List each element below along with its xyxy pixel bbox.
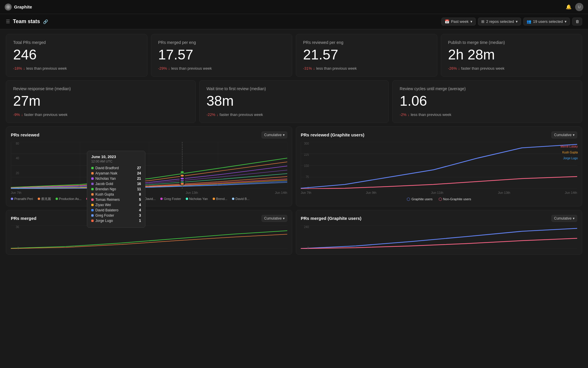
stat-value-2: 21.57 xyxy=(303,47,430,63)
non-graphite-users-line-icon: ⬡ xyxy=(439,197,442,201)
notification-icon[interactable]: 🔔 xyxy=(566,4,572,10)
prs-merged-svg xyxy=(11,225,287,249)
change-dir-0: ↓ xyxy=(23,66,25,71)
legend-dot xyxy=(117,198,119,200)
stat-card-total-prs: Total PRs merged 246 -18% ↓ less than pr… xyxy=(6,34,147,77)
stat-value-r2: 1.06 xyxy=(400,93,575,109)
legend-dot xyxy=(38,198,40,200)
stat-label-2: PRs reviewed per eng xyxy=(303,40,430,45)
legend-dot xyxy=(141,198,144,200)
change-pct-2: -31% xyxy=(303,66,312,71)
date-filter-button[interactable]: 📅 Past week ▾ xyxy=(441,18,476,25)
change-text-1: less than previous week xyxy=(171,66,212,71)
legend-item: 蔡兆麗 xyxy=(38,197,51,201)
legend-name: Jacob Gold xyxy=(120,197,137,201)
legend-item: David B... xyxy=(232,197,250,201)
legend-name: David... xyxy=(145,197,156,201)
user-avatar[interactable]: U xyxy=(575,3,583,11)
change-dir-3: ↓ xyxy=(458,66,460,71)
legend-dot xyxy=(232,198,234,200)
stat-card-review-cycles: Review cycles until merge (average) 1.06… xyxy=(392,80,582,123)
legend-dot xyxy=(56,198,58,200)
stat-card-prs-per-eng: PRs merged per eng 17.57 -29% ↓ less tha… xyxy=(151,34,293,77)
chart-select-chevron: ▾ xyxy=(283,133,285,137)
stat-change-r0: -9% ↓ faster than previous week xyxy=(13,112,188,117)
top-nav: Graphite 🔔 U xyxy=(0,0,588,14)
date-filter-label: Past week xyxy=(451,19,469,24)
stat-change-3: -26% ↓ faster than previous week xyxy=(448,66,575,71)
repos-icon: ⊞ xyxy=(481,19,484,24)
stat-label-3: Publish to merge time (median) xyxy=(448,40,575,45)
stat-card-review-response: Review response time (median) 27m -9% ↓ … xyxy=(6,80,196,123)
stat-label-r0: Review response time (median) xyxy=(13,86,188,91)
legend-dot xyxy=(86,198,89,200)
graphite-users-label: Graphite users xyxy=(411,197,432,201)
app-name: Graphite xyxy=(14,4,32,9)
header-filters: 📅 Past week ▾ ⊞ 2 repos selected ▾ 👥 19 … xyxy=(441,18,582,25)
change-text-r2: less than previous week xyxy=(411,112,451,117)
link-icon[interactable]: 🔗 xyxy=(43,19,48,24)
users-filter-label: 19 users selected xyxy=(533,19,563,24)
charts-row-2: PRs merged Cumulative ▾ 36 0 xyxy=(6,210,582,255)
chart-select-reviewed-graphite[interactable]: Cumulative ▾ xyxy=(551,131,577,138)
main-content: Total PRs merged 246 -18% ↓ less than pr… xyxy=(0,29,588,259)
page-title: Team stats xyxy=(13,18,40,25)
stat-label-r1: Wait time to first review (median) xyxy=(207,86,382,91)
chart-legend-reviewed: Pranathi Peri蔡兆麗Production As...Tomas Re… xyxy=(11,197,287,201)
chart-header-reviewed-graphite: PRs reviewed (Graphite users) Cumulative… xyxy=(301,131,577,138)
stat-label-0: Total PRs merged xyxy=(13,40,140,45)
change-pct-r1: -22% xyxy=(207,112,215,117)
change-text-3: faster than previous week xyxy=(461,66,504,71)
tooltip-row-value: 4 xyxy=(139,203,141,207)
legend-dot xyxy=(186,198,188,200)
chart-chevron-2: ▾ xyxy=(573,133,575,137)
change-text-2: less than previous week xyxy=(316,66,357,71)
legend-item: David... xyxy=(141,197,156,201)
page-header: ☰ Team stats 🔗 📅 Past week ▾ ⊞ 2 repos s… xyxy=(0,14,588,29)
date-chevron-icon: ▾ xyxy=(470,19,472,24)
stat-card-reviewed-per-eng: PRs reviewed per eng 21.57 -31% ↓ less t… xyxy=(296,34,437,77)
users-icon: 👥 xyxy=(527,19,531,24)
delete-button[interactable]: 🗑 xyxy=(572,18,582,25)
menu-button[interactable]: ☰ xyxy=(6,19,10,24)
svg-point-1 xyxy=(8,6,9,8)
legend-item: Tomas Reimers xyxy=(86,197,112,201)
svg-point-18 xyxy=(180,183,184,185)
change-dir-1: ↓ xyxy=(168,66,170,71)
legend-name: 蔡兆麗 xyxy=(41,197,51,201)
chart-select-label-reviewed: Cumulative xyxy=(264,133,282,137)
legend-item: Greg Foster xyxy=(160,197,181,201)
chart-select-label-merged-graphite: Cumulative xyxy=(554,216,572,220)
y-axis-merged: 36 0 xyxy=(11,225,19,250)
change-dir-r2: ↓ xyxy=(408,112,410,117)
logo-icon xyxy=(5,4,12,11)
stats-row-1: Total PRs merged 246 -18% ↓ less than pr… xyxy=(6,34,582,77)
change-pct-r2: -2% xyxy=(400,112,406,117)
legend-item: Jacob Gold xyxy=(117,197,137,201)
change-dir-r0: ↓ xyxy=(21,112,23,117)
chart-header-merged: PRs merged Cumulative ▾ xyxy=(11,215,287,222)
repos-filter-button[interactable]: ⊞ 2 repos selected ▾ xyxy=(478,18,521,25)
legend-item: Production As... xyxy=(56,197,82,201)
chart-select-reviewed[interactable]: Cumulative ▾ xyxy=(262,131,287,138)
legend-name: Production As... xyxy=(59,197,82,201)
chart-title-merged-graphite: PRs merged (Graphite users) xyxy=(301,216,362,221)
chart-x-labels-reviewed: Jun 7th Jun 9th Jun 13th Jun 14th xyxy=(11,191,287,194)
legend-name: Nicholas Yan xyxy=(189,197,208,201)
change-text-r0: faster than previous week xyxy=(24,112,68,117)
change-dir-r1: ↓ xyxy=(216,112,219,117)
chart-select-label-merged: Cumulative xyxy=(264,216,282,220)
stat-value-3: 2h 28m xyxy=(448,47,575,63)
stat-change-r2: -2% ↓ less than previous week xyxy=(400,112,575,117)
change-text-r1: faster than previous week xyxy=(220,112,263,117)
chart-title-reviewed-graphite: PRs reviewed (Graphite users) xyxy=(301,132,365,137)
change-pct-r0: -9% xyxy=(13,112,20,117)
legend-item: Pranathi Peri xyxy=(11,197,33,201)
stat-value-r1: 38m xyxy=(207,93,382,109)
chart-select-merged[interactable]: Cumulative ▾ xyxy=(262,215,287,222)
users-filter-button[interactable]: 👥 19 users selected ▾ xyxy=(523,18,570,25)
chart-x-labels-graphite: Jun 7th Jun 9th Jun 11th Jun 13th Jun 14… xyxy=(301,191,577,194)
svg-point-14 xyxy=(180,174,184,177)
stat-change-1: -29% ↓ less than previous week xyxy=(158,66,285,71)
chart-select-merged-graphite[interactable]: Cumulative ▾ xyxy=(551,215,577,222)
